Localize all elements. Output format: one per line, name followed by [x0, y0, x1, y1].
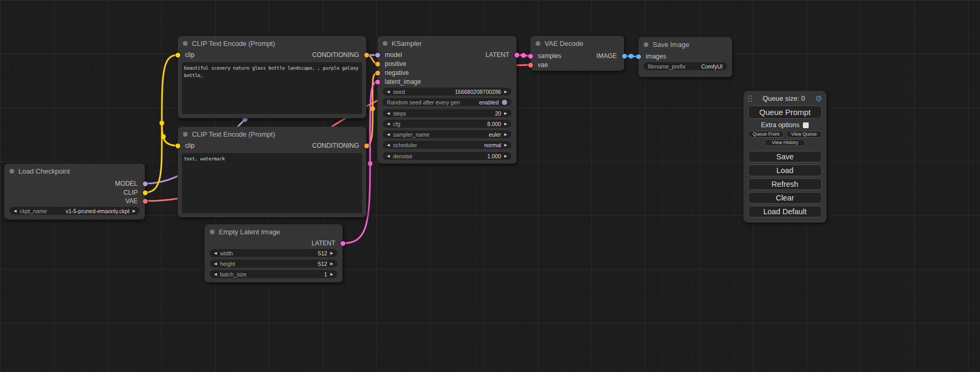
node-titlebar[interactable]: KSampler: [377, 36, 517, 50]
node-titlebar[interactable]: Load Checkpoint: [4, 164, 145, 177]
positive-input-port[interactable]: [375, 62, 380, 66]
load-button[interactable]: Load: [748, 165, 822, 176]
node-ksampler[interactable]: KSampler model positive negative latent_…: [377, 36, 517, 164]
height-widget[interactable]: ◀ height 512 ▶: [210, 260, 337, 268]
widget-decrement-icon[interactable]: ◀: [387, 90, 390, 93]
drag-handle-icon[interactable]: [748, 95, 752, 102]
conditioning-output-port[interactable]: [364, 144, 369, 148]
view-history-button[interactable]: View History: [764, 139, 806, 146]
queue-front-button[interactable]: Queue Front: [748, 131, 784, 138]
widget-value: euler: [489, 131, 501, 138]
model-input-port[interactable]: [375, 53, 380, 58]
width-widget[interactable]: ◀ width 512 ▶: [210, 249, 337, 257]
widget-label: seed: [393, 89, 405, 95]
node-load-checkpoint[interactable]: Load Checkpoint MODEL CLIP VAE ◀ ckpt_na…: [4, 164, 145, 220]
widget-increment-icon[interactable]: ▶: [504, 111, 507, 115]
clip-output-port[interactable]: [143, 190, 148, 195]
collapse-dot[interactable]: [9, 169, 14, 174]
widget-increment-icon[interactable]: ▶: [504, 122, 507, 126]
widget-decrement-icon[interactable]: ◀: [14, 209, 16, 213]
steps-widget[interactable]: ◀ steps 20 ▶: [383, 109, 511, 117]
model-output-port[interactable]: [143, 182, 148, 186]
vae-input-port[interactable]: [528, 63, 533, 68]
queue-prompt-button[interactable]: Queue Prompt: [748, 106, 822, 119]
widget-decrement-icon[interactable]: ◀: [214, 272, 217, 276]
latent-image-input-port[interactable]: [375, 80, 380, 84]
node-titlebar[interactable]: Empty Latent Image: [205, 224, 343, 238]
view-queue-button[interactable]: View Queue: [786, 131, 822, 138]
collapse-dot[interactable]: [183, 41, 188, 46]
refresh-button[interactable]: Refresh: [748, 178, 822, 190]
widget-increment-icon[interactable]: ▶: [331, 262, 333, 265]
extra-options-checkbox[interactable]: [803, 122, 809, 128]
widget-decrement-icon[interactable]: ◀: [214, 251, 217, 255]
sampler-name-widget[interactable]: ◀ sampler_name euler ▶: [383, 130, 511, 138]
widget-increment-icon[interactable]: ▶: [331, 251, 333, 255]
toggle-indicator[interactable]: [502, 100, 507, 105]
widget-increment-icon[interactable]: ▶: [504, 143, 507, 147]
clip-input-port[interactable]: [176, 53, 180, 58]
output-conditioning: CONDITIONING: [312, 142, 359, 149]
node-titlebar[interactable]: Save Image: [638, 37, 732, 51]
prompt-text-area[interactable]: text, watermark: [182, 153, 362, 213]
collapse-dot[interactable]: [383, 41, 387, 46]
images-input-port[interactable]: [636, 54, 641, 59]
node-titlebar[interactable]: VAE Decode: [530, 36, 624, 50]
load-default-button[interactable]: Load Default: [748, 206, 822, 217]
widget-increment-icon[interactable]: ▶: [331, 272, 333, 276]
widget-increment-icon[interactable]: ▶: [504, 132, 507, 136]
input-images: images: [646, 53, 666, 60]
node-empty-latent-image[interactable]: Empty Latent Image LATENT ◀ width 512 ▶ …: [205, 224, 343, 282]
output-label: CONDITIONING: [312, 51, 359, 59]
output-image: IMAGE: [596, 52, 617, 60]
batch-size-widget[interactable]: ◀ batch_size 1 ▶: [210, 270, 337, 278]
vae-output-port[interactable]: [143, 199, 148, 204]
clear-button[interactable]: Clear: [748, 192, 822, 204]
filename-prefix-widget[interactable]: filename_prefix ComfyUI: [644, 62, 727, 70]
widget-decrement-icon[interactable]: ◀: [387, 143, 390, 147]
negative-input-port[interactable]: [375, 71, 380, 75]
random-seed-toggle[interactable]: Random seed after every gen enabled: [383, 98, 511, 106]
denoise-widget[interactable]: ◀ denoise 1.000 ▶: [383, 152, 511, 160]
conditioning-output-port[interactable]: [364, 53, 369, 58]
image-output-port[interactable]: [622, 54, 627, 59]
node-titlebar[interactable]: CLIP Text Encode (Prompt): [178, 127, 366, 140]
input-label: negative: [385, 69, 409, 77]
widget-increment-icon[interactable]: ▶: [133, 209, 135, 213]
queue-menu-panel: Queue size: 0 ⚙ Queue Prompt Extra optio…: [743, 91, 827, 223]
widget-increment-icon[interactable]: ▶: [504, 90, 507, 93]
widget-decrement-icon[interactable]: ◀: [387, 154, 390, 158]
widget-label: scheduler: [393, 142, 417, 148]
node-save-image[interactable]: Save Image images filename_prefix ComfyU…: [638, 37, 732, 77]
cfg-widget[interactable]: ◀ cfg 8.000 ▶: [383, 120, 511, 128]
widget-decrement-icon[interactable]: ◀: [387, 132, 390, 136]
ckpt-name-widget[interactable]: ◀ ckpt_name v1-5-pruned-emaonly.ckpt ▶: [9, 207, 140, 215]
samples-input-port[interactable]: [528, 54, 533, 59]
node-title: CLIP Text Encode (Prompt): [192, 40, 275, 47]
collapse-dot[interactable]: [210, 230, 215, 234]
node-title: CLIP Text Encode (Prompt): [192, 130, 275, 138]
latent-output-port[interactable]: [341, 241, 345, 246]
node-titlebar[interactable]: CLIP Text Encode (Prompt): [178, 36, 366, 50]
widget-decrement-icon[interactable]: ◀: [214, 262, 217, 265]
scheduler-widget[interactable]: ◀ scheduler normal ▶: [383, 141, 511, 149]
node-vae-decode[interactable]: VAE Decode samples vae IMAGE: [530, 36, 624, 71]
latent-output-port[interactable]: [515, 53, 519, 58]
widget-decrement-icon[interactable]: ◀: [387, 111, 390, 115]
widget-value: normal: [484, 142, 501, 148]
collapse-dot[interactable]: [644, 42, 648, 47]
collapse-dot[interactable]: [183, 132, 188, 137]
settings-gear-icon[interactable]: ⚙: [816, 94, 822, 102]
node-clip-text-encode-positive[interactable]: CLIP Text Encode (Prompt) clip CONDITION…: [178, 36, 366, 118]
input-label: clip: [185, 142, 195, 149]
widget-increment-icon[interactable]: ▶: [504, 154, 507, 158]
input-samples: samples: [538, 52, 561, 60]
collapse-dot[interactable]: [536, 41, 540, 46]
save-button[interactable]: Save: [748, 151, 822, 163]
widget-decrement-icon[interactable]: ◀: [387, 122, 390, 126]
seed-widget[interactable]: ◀ seed 156680208700286 ▶: [383, 88, 511, 96]
node-clip-text-encode-negative[interactable]: CLIP Text Encode (Prompt) clip CONDITION…: [178, 127, 366, 217]
node-title: Empty Latent Image: [219, 228, 280, 236]
prompt-text-area[interactable]: beautiful scenery nature glass bottle la…: [182, 62, 362, 114]
clip-input-port[interactable]: [176, 144, 180, 148]
